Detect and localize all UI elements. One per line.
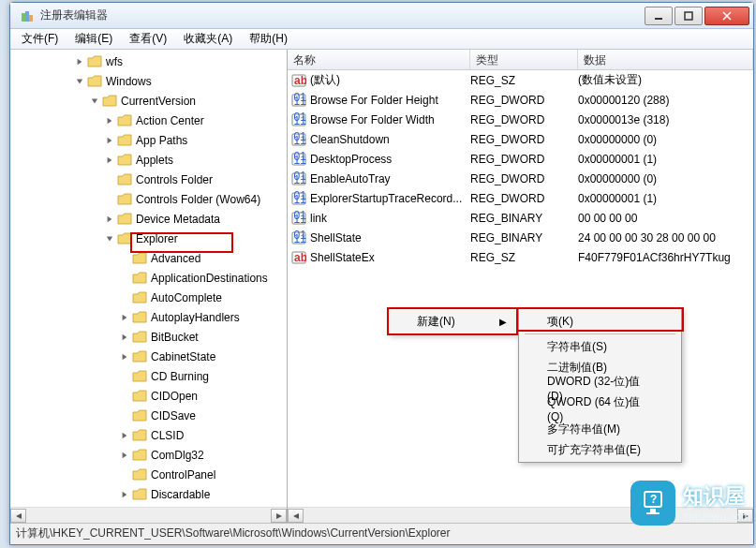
tree-item[interactable]: CabinetState xyxy=(14,347,287,366)
list-row[interactable]: ShellStateExREG_SZF40F779F01ACf36hrHY7Tk… xyxy=(288,247,753,267)
tree-item[interactable]: BitBucket xyxy=(14,327,287,347)
tree-item[interactable]: ApplicationDestinations xyxy=(14,268,287,288)
cell-name: ShellStateEx xyxy=(310,251,470,264)
minimize-button[interactable] xyxy=(645,7,673,25)
list-row[interactable]: ShellStateREG_BINARY24 00 00 00 30 28 00… xyxy=(288,228,753,247)
expander-icon[interactable] xyxy=(74,76,85,87)
tree-item[interactable]: AutoComplete xyxy=(14,288,287,307)
cm-new-multistring[interactable]: 多字符串值(M) xyxy=(521,419,679,439)
expander-icon[interactable] xyxy=(119,332,130,343)
tree-item-label: BitBucket xyxy=(151,331,199,344)
list-header[interactable]: 名称 类型 数据 xyxy=(288,50,753,70)
tree-pane[interactable]: wfsWindowsCurrentVersionAction CenterApp… xyxy=(10,50,288,523)
tree-item[interactable]: Controls Folder xyxy=(14,170,287,189)
tree-item[interactable]: Windows xyxy=(14,71,287,91)
tree-item-label: Device Metadata xyxy=(136,213,220,226)
cm-new[interactable]: 新建(N) ▶ xyxy=(391,311,514,332)
menu-view[interactable]: 查看(V) xyxy=(122,29,174,49)
cell-data: 0x00000001 (1) xyxy=(578,192,753,205)
tree-item[interactable]: CIDSave xyxy=(14,406,287,425)
col-header-type[interactable]: 类型 xyxy=(470,50,578,69)
menu-file[interactable]: 文件(F) xyxy=(14,29,66,49)
tree-item-label: Windows xyxy=(106,75,152,88)
expander-icon[interactable] xyxy=(104,155,115,166)
cell-name: (默认) xyxy=(310,72,470,88)
tree-item-label: Advanced xyxy=(151,252,200,265)
binary-value-icon xyxy=(291,93,306,108)
tree-item[interactable]: Advanced xyxy=(14,248,287,268)
tree-item-label: Applets xyxy=(136,154,173,167)
tree-item[interactable]: Explorer xyxy=(14,229,287,248)
tree-item[interactable]: wfs xyxy=(14,52,287,71)
expander-icon[interactable] xyxy=(104,214,115,225)
maximize-button[interactable] xyxy=(674,7,703,25)
tree-item-label: Controls Folder (Wow64) xyxy=(136,193,260,206)
tree-item[interactable]: CLSID xyxy=(14,425,287,445)
expander-icon[interactable] xyxy=(89,96,100,107)
scroll-right-button[interactable]: ▸ xyxy=(737,509,753,523)
list-pane[interactable]: 名称 类型 数据 (默认)REG_SZ(数值未设置)Browse For Fol… xyxy=(288,50,753,523)
cell-type: REG_DWORD xyxy=(470,94,578,107)
tree-item[interactable]: CIDOpen xyxy=(14,386,287,406)
cell-name: Browse For Folder Width xyxy=(310,113,470,126)
folder-icon xyxy=(132,370,147,383)
folder-icon xyxy=(132,252,147,265)
expander-icon[interactable] xyxy=(104,135,115,146)
menu-edit[interactable]: 编辑(E) xyxy=(67,29,120,49)
tree-item-label: Action Center xyxy=(136,114,204,127)
expander-icon[interactable] xyxy=(104,233,115,244)
tree-item[interactable]: Action Center xyxy=(14,111,287,130)
menu-help[interactable]: 帮助(H) xyxy=(242,29,295,49)
list-scrollbar-h[interactable]: ◂ ▸ xyxy=(288,507,753,523)
folder-icon xyxy=(102,95,117,108)
expander-icon[interactable] xyxy=(119,430,130,441)
close-button[interactable] xyxy=(704,7,749,25)
cell-type: REG_DWORD xyxy=(470,172,578,185)
tree-scrollbar-h[interactable]: ◂ ▸ xyxy=(10,507,287,523)
expander-icon[interactable] xyxy=(74,56,85,67)
col-header-name[interactable]: 名称 xyxy=(288,50,470,69)
list-row[interactable]: Browse For Folder WidthREG_DWORD0x000001… xyxy=(288,110,753,129)
cell-type: REG_DWORD xyxy=(470,153,578,166)
binary-value-icon xyxy=(291,230,306,245)
folder-icon xyxy=(132,390,147,403)
tree-item[interactable]: AutoplayHandlers xyxy=(14,307,287,327)
list-row[interactable]: EnableAutoTrayREG_DWORD0x00000000 (0) xyxy=(288,169,753,188)
tree-item[interactable]: Discardable xyxy=(14,484,287,504)
cm-new-key[interactable]: 项(K) xyxy=(521,311,679,332)
list-row[interactable]: ExplorerStartupTraceRecord...REG_DWORD0x… xyxy=(288,188,753,208)
list-row[interactable]: DesktopProcessREG_DWORD0x00000001 (1) xyxy=(288,149,753,169)
cell-data: 0x00000001 (1) xyxy=(578,153,753,166)
statusbar: 计算机\HKEY_CURRENT_USER\Software\Microsoft… xyxy=(10,523,753,543)
scroll-left-button[interactable]: ◂ xyxy=(10,509,26,523)
tree-item[interactable]: CD Burning xyxy=(14,366,287,386)
scroll-right-button[interactable]: ▸ xyxy=(271,509,287,523)
expander-icon[interactable] xyxy=(119,489,130,500)
tree-item[interactable]: Applets xyxy=(14,150,287,170)
tree-item[interactable]: ControlPanel xyxy=(14,465,287,484)
expander-icon[interactable] xyxy=(119,450,130,461)
list-row[interactable]: CleanShutdownREG_DWORD0x00000000 (0) xyxy=(288,129,753,149)
tree-item[interactable]: CurrentVersion xyxy=(14,91,287,111)
scroll-left-button[interactable]: ◂ xyxy=(288,509,304,523)
list-row[interactable]: (默认)REG_SZ(数值未设置) xyxy=(288,70,753,90)
folder-icon xyxy=(117,193,132,206)
col-header-data[interactable]: 数据 xyxy=(578,50,753,69)
cm-new-string[interactable]: 字符串值(S) xyxy=(521,336,679,357)
cm-new-qword[interactable]: QWORD (64 位)值(Q) xyxy=(521,398,679,419)
binary-value-icon xyxy=(291,191,306,206)
tree-item[interactable]: Controls Folder (Wow64) xyxy=(14,189,287,209)
tree-item[interactable]: App Paths xyxy=(14,130,287,150)
tree-item[interactable]: Device Metadata xyxy=(14,209,287,229)
list-row[interactable]: linkREG_BINARY00 00 00 00 xyxy=(288,208,753,228)
cm-new-expandstring[interactable]: 可扩充字符串值(E) xyxy=(521,439,679,460)
expander-icon[interactable] xyxy=(119,312,130,323)
folder-icon xyxy=(132,468,147,481)
tree-item-label: CIDSave xyxy=(151,409,196,422)
titlebar[interactable]: 注册表编辑器 xyxy=(10,3,753,29)
expander-icon[interactable] xyxy=(119,351,130,363)
menu-favorites[interactable]: 收藏夹(A) xyxy=(176,29,240,49)
expander-icon[interactable] xyxy=(104,115,115,126)
list-row[interactable]: Browse For Folder HeightREG_DWORD0x00000… xyxy=(288,90,753,110)
tree-item[interactable]: ComDlg32 xyxy=(14,445,287,465)
